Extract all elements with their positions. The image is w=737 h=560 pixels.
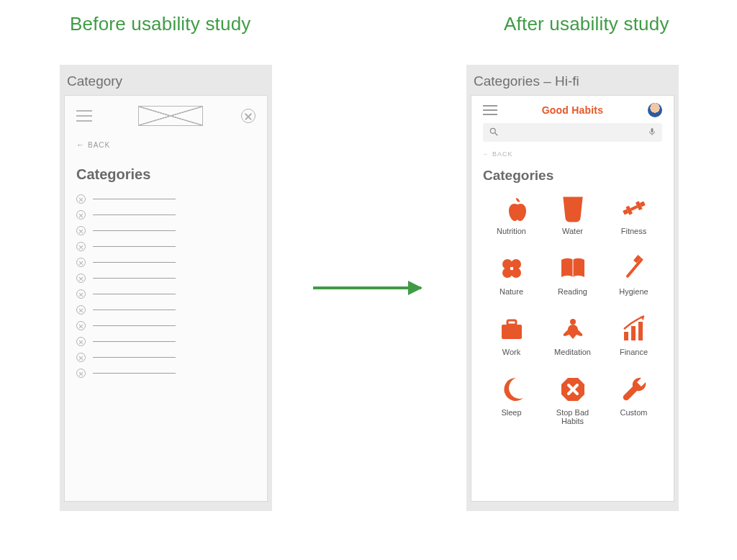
list-item[interactable] — [76, 194, 256, 204]
list-item[interactable] — [76, 210, 256, 220]
category-stopbad[interactable]: Stop Bad Habits — [544, 375, 601, 425]
dumbbell-icon — [620, 194, 648, 222]
toothbrush-icon — [620, 254, 648, 283]
cup-icon — [559, 194, 587, 222]
bullet-icon — [76, 210, 86, 220]
mic-icon[interactable] — [648, 127, 656, 139]
category-nutrition[interactable]: Nutrition — [483, 194, 540, 235]
section-title: Categories — [483, 168, 662, 184]
text-placeholder — [93, 357, 176, 358]
bullet-icon — [76, 337, 86, 346]
text-placeholder — [93, 278, 176, 279]
category-label: Stop Bad Habits — [544, 408, 601, 425]
clover-icon — [497, 254, 526, 283]
wireframe-list — [76, 194, 256, 378]
brand-title: Good Habits — [542, 104, 603, 116]
bullet-icon — [76, 194, 86, 204]
list-item[interactable] — [76, 274, 256, 283]
text-placeholder — [93, 325, 176, 326]
logo-placeholder-icon — [138, 106, 203, 126]
category-fitness[interactable]: Fitness — [605, 194, 662, 235]
wireframe-frame-title: Category — [64, 69, 268, 95]
category-sleep[interactable]: Sleep — [483, 375, 540, 425]
hamburger-icon[interactable] — [76, 110, 92, 122]
meditation-icon — [559, 315, 587, 343]
category-label: Custom — [620, 408, 648, 417]
hifi-frame-title: Categories – Hi-fi — [471, 69, 674, 95]
text-placeholder — [93, 199, 176, 199]
category-grid: NutritionWaterFitnessNatureReadingHygien… — [483, 194, 662, 425]
back-link[interactable]: ← BACK — [76, 140, 256, 149]
category-reading[interactable]: Reading — [544, 254, 601, 296]
category-nature[interactable]: Nature — [483, 254, 540, 296]
list-item[interactable] — [76, 353, 256, 362]
svg-line-1 — [495, 132, 498, 135]
back-link[interactable]: ← BACK — [483, 150, 662, 158]
close-icon[interactable] — [241, 109, 256, 123]
text-placeholder — [93, 310, 176, 310]
section-title: Categories — [76, 166, 256, 183]
svg-point-0 — [490, 128, 495, 133]
search-bar[interactable] — [483, 123, 662, 142]
bullet-icon — [76, 369, 86, 378]
list-item[interactable] — [76, 289, 256, 299]
briefcase-icon — [497, 315, 526, 343]
hifi-device: Good Habits ← BACK Categories NutritionW… — [471, 95, 674, 502]
text-placeholder — [93, 230, 176, 231]
text-placeholder — [93, 294, 176, 294]
bullet-icon — [76, 258, 86, 267]
back-label: BACK — [88, 141, 110, 149]
list-item[interactable] — [76, 305, 256, 315]
category-label: Hygiene — [619, 287, 648, 296]
bullet-icon — [76, 305, 86, 315]
search-icon — [489, 127, 499, 139]
category-finance[interactable]: Finance — [605, 315, 662, 356]
apple-icon — [497, 194, 526, 222]
svg-rect-2 — [651, 128, 654, 132]
text-placeholder — [93, 262, 176, 263]
bullet-icon — [76, 289, 86, 299]
category-label: Finance — [620, 348, 648, 356]
hifi-topbar: Good Habits — [483, 103, 662, 117]
list-item[interactable] — [76, 369, 256, 378]
wireframe-mock: Category ← BACK Categories — [60, 65, 272, 511]
category-custom[interactable]: Custom — [605, 375, 662, 425]
text-placeholder — [93, 373, 176, 374]
search-input[interactable] — [505, 127, 642, 137]
arrow-left-icon: ← — [76, 140, 85, 149]
book-icon — [559, 254, 587, 283]
category-hygiene[interactable]: Hygiene — [605, 254, 662, 296]
bullet-icon — [76, 226, 86, 235]
category-label: Meditation — [554, 348, 591, 356]
text-placeholder — [93, 214, 176, 215]
category-meditation[interactable]: Meditation — [544, 315, 601, 356]
category-water[interactable]: Water — [544, 194, 601, 235]
moon-icon — [497, 375, 526, 404]
chart-icon — [620, 315, 648, 343]
back-label: BACK — [492, 150, 513, 158]
stop-icon — [559, 375, 587, 404]
list-item[interactable] — [76, 337, 256, 346]
category-label: Work — [502, 348, 520, 356]
bullet-icon — [76, 242, 86, 251]
category-label: Water — [562, 227, 583, 235]
list-item[interactable] — [76, 226, 256, 235]
heading-after: After usability study — [504, 13, 669, 35]
category-label: Reading — [558, 287, 587, 296]
bullet-icon — [76, 321, 86, 330]
category-work[interactable]: Work — [483, 315, 540, 356]
avatar[interactable] — [648, 103, 662, 117]
list-item[interactable] — [76, 258, 256, 267]
bullet-icon — [76, 274, 86, 283]
list-item[interactable] — [76, 242, 256, 251]
wrench-icon — [620, 375, 648, 404]
hamburger-icon[interactable] — [483, 105, 497, 115]
list-item[interactable] — [76, 321, 256, 330]
wireframe-device: ← BACK Categories — [64, 95, 268, 502]
arrow-left-icon: ← — [483, 150, 490, 158]
arrow-right-icon — [313, 286, 421, 289]
category-label: Fitness — [621, 227, 646, 235]
hifi-mock: Categories – Hi-fi Good Habits ← BACK Ca… — [466, 65, 679, 511]
text-placeholder — [93, 341, 176, 342]
text-placeholder — [93, 246, 176, 247]
